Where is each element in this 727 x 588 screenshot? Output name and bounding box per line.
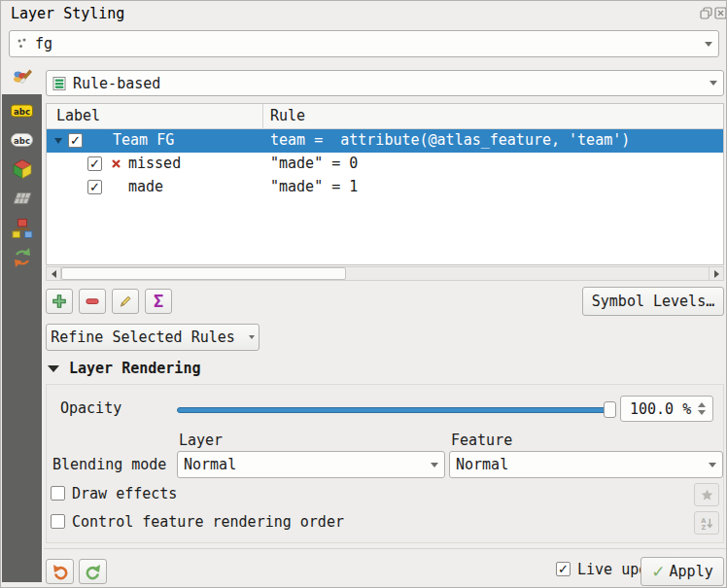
undo-icon bbox=[52, 563, 69, 580]
renderer-selector[interactable]: Rule-based bbox=[46, 70, 724, 96]
remove-rule-button[interactable] bbox=[79, 289, 106, 314]
labels-icon: abc bbox=[10, 100, 34, 121]
panel-title: Layer Styling bbox=[11, 5, 124, 22]
point-layer-icon bbox=[16, 37, 29, 51]
expander-icon[interactable] bbox=[54, 138, 62, 144]
column-header-rule[interactable]: Rule bbox=[270, 107, 305, 124]
column-header-label[interactable]: Label bbox=[56, 107, 100, 124]
redo-icon bbox=[85, 563, 102, 580]
table-row-missed[interactable]: ✓ missed "made" = 0 bbox=[47, 153, 723, 176]
table-row-team-fg[interactable]: ✓ Team FG team = attribute(@atlas_featur… bbox=[47, 129, 723, 153]
layer-blend-select[interactable]: Normal bbox=[177, 451, 445, 478]
chevron-down-icon bbox=[710, 81, 717, 86]
styling-tabs-sidebar: abc abc bbox=[2, 59, 42, 582]
rule-label: missed bbox=[128, 155, 181, 172]
sort-az-icon: A Z bbox=[700, 516, 714, 531]
close-icon[interactable] bbox=[714, 7, 727, 19]
paintbrush-icon bbox=[11, 65, 34, 88]
opacity-spinbox[interactable]: 100.0 % bbox=[620, 396, 713, 422]
red-cross-symbol-icon bbox=[111, 158, 121, 169]
spinner-arrows bbox=[695, 402, 709, 415]
scrollbar-thumb[interactable] bbox=[61, 267, 346, 280]
refine-selected-rules-button[interactable]: Refine Selected Rules bbox=[46, 324, 260, 351]
spin-down-icon[interactable] bbox=[698, 410, 706, 415]
control-rendering-order-label: Control feature rendering order bbox=[72, 513, 344, 531]
scroll-left-icon[interactable] bbox=[47, 267, 61, 280]
column-divider[interactable] bbox=[262, 104, 263, 129]
spin-up-icon[interactable] bbox=[698, 402, 706, 407]
table-row-made[interactable]: ✓ made "made" = 1 bbox=[47, 176, 723, 199]
control-rendering-order-checkbox[interactable] bbox=[51, 514, 65, 529]
undo-button[interactable] bbox=[46, 559, 74, 584]
layer-selector[interactable]: fg bbox=[9, 30, 719, 57]
diagrams-icon bbox=[11, 217, 34, 240]
add-rule-button[interactable] bbox=[46, 289, 73, 314]
scroll-right-icon[interactable] bbox=[709, 267, 723, 280]
sidebar-item-diagrams[interactable] bbox=[2, 214, 42, 243]
slider-track[interactable] bbox=[177, 407, 616, 413]
pencil-icon bbox=[118, 294, 133, 309]
slider-handle[interactable] bbox=[604, 401, 616, 418]
check-icon: ✓ bbox=[70, 134, 81, 147]
layer-selector-value: fg bbox=[35, 35, 693, 52]
rule-expression: "made" = 1 bbox=[270, 178, 358, 195]
svg-text:abc: abc bbox=[14, 136, 30, 146]
rule-expression: "made" = 0 bbox=[270, 155, 358, 172]
check-icon: ✓ bbox=[89, 181, 100, 193]
sidebar-item-masks[interactable]: abc bbox=[2, 125, 42, 155]
feature-blend-select[interactable]: Normal bbox=[449, 451, 723, 478]
opacity-value: 100.0 % bbox=[630, 400, 695, 418]
row-checkbox[interactable]: ✓ bbox=[87, 180, 102, 194]
scrollbar-track[interactable] bbox=[61, 267, 709, 280]
opacity-label: Opacity bbox=[60, 399, 121, 417]
feature-blend-label: Feature bbox=[451, 432, 512, 449]
chevron-down-icon bbox=[705, 42, 712, 47]
sidebar-item-symbology[interactable] bbox=[2, 59, 42, 94]
feature-blend-value: Normal bbox=[456, 456, 703, 473]
rule-label: made bbox=[128, 178, 163, 195]
row-checkbox[interactable]: ✓ bbox=[68, 133, 83, 148]
layer-rendering-frame: Opacity 100.0 % Blending mode Layer Feat… bbox=[46, 384, 724, 543]
rule-expression: team = attribute(@atlas_feature, 'team') bbox=[270, 131, 630, 149]
draw-effects-checkbox[interactable] bbox=[51, 486, 65, 501]
apply-check-icon: ✓ bbox=[651, 564, 665, 580]
green-dot-symbol-icon bbox=[111, 182, 121, 192]
customize-effects-button[interactable] bbox=[694, 483, 719, 506]
layer-blend-value: Normal bbox=[184, 456, 425, 473]
apply-button[interactable]: ✓ Apply bbox=[640, 557, 724, 586]
check-icon: ✓ bbox=[89, 157, 100, 170]
redo-button[interactable] bbox=[79, 559, 107, 584]
row-checkbox[interactable]: ✓ bbox=[87, 156, 102, 171]
define-order-button[interactable]: A Z bbox=[694, 511, 719, 535]
svg-text:Z: Z bbox=[701, 524, 706, 531]
layer-styling-panel: Layer Styling fg abc bbox=[0, 0, 727, 588]
opacity-slider[interactable] bbox=[177, 401, 616, 418]
blending-mode-label: Blending mode bbox=[52, 456, 166, 473]
symbol-levels-label: Symbol Levels… bbox=[592, 293, 714, 310]
sidebar-item-history[interactable] bbox=[2, 243, 42, 272]
collapse-caret-icon bbox=[48, 365, 59, 372]
edit-rule-button[interactable] bbox=[112, 289, 139, 314]
rule-label: Team FG bbox=[113, 131, 174, 149]
live-update-checkbox[interactable]: ✓ bbox=[556, 562, 571, 576]
float-panel-icon[interactable] bbox=[700, 7, 712, 19]
titlebar: Layer Styling bbox=[1, 1, 726, 27]
renderer-selector-value: Rule-based bbox=[73, 75, 699, 92]
sidebar-item-labels[interactable]: abc bbox=[2, 96, 42, 125]
symbol-levels-button[interactable]: Symbol Levels… bbox=[582, 287, 724, 316]
sigma-icon: Σ bbox=[154, 294, 163, 310]
apply-label: Apply bbox=[670, 563, 713, 580]
layer-blend-label: Layer bbox=[179, 432, 223, 449]
rules-table-header: Label Rule bbox=[47, 104, 723, 129]
chevron-down-icon bbox=[249, 335, 255, 339]
plus-icon bbox=[52, 294, 67, 309]
count-features-button[interactable]: Σ bbox=[145, 289, 172, 314]
rule-based-icon bbox=[52, 76, 68, 91]
sidebar-item-3d-view[interactable] bbox=[2, 155, 42, 184]
layer-rendering-collapser[interactable]: Layer Rendering bbox=[48, 360, 200, 377]
3d-cube-icon bbox=[11, 157, 34, 181]
layer-rendering-title: Layer Rendering bbox=[69, 360, 200, 377]
minus-icon bbox=[85, 294, 100, 309]
table-horizontal-scrollbar[interactable] bbox=[46, 266, 724, 281]
sidebar-item-mesh[interactable] bbox=[2, 184, 42, 213]
